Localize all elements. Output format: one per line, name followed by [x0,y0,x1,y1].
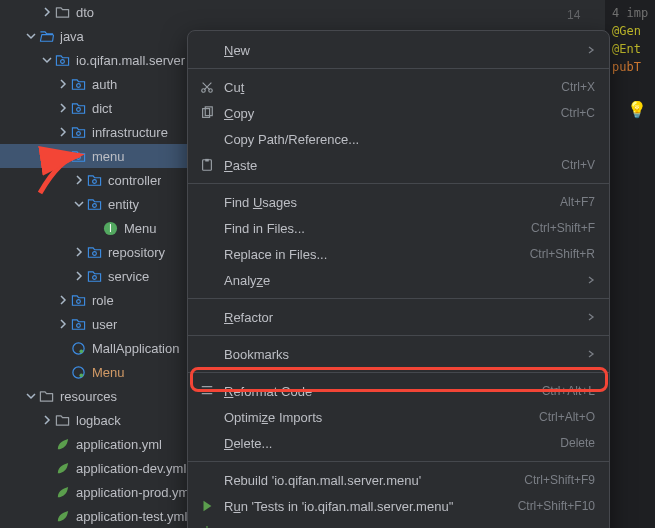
tree-item-entity[interactable]: entity [0,192,190,216]
chevron-right-icon[interactable] [56,317,70,331]
menu-item-shortcut: Delete [560,436,595,450]
pkg-icon [70,316,86,332]
menu-item-label: Reformat Code [224,384,542,399]
tree-item-infrastructure[interactable]: infrastructure [0,120,190,144]
leaf-icon [54,436,70,452]
svg-text:I: I [109,223,112,234]
menu-item-shortcut: Ctrl+V [561,158,595,172]
menu-item-copy-path-reference[interactable]: Copy Path/Reference... [188,126,609,152]
menu-separator [188,461,609,462]
java-icon [70,364,86,380]
pkg-icon [70,292,86,308]
chevron-right-icon[interactable] [56,77,70,91]
chevron-right-icon[interactable] [40,5,54,19]
menu-item-analyze[interactable]: Analyze [188,267,609,293]
menu-item-reformat-code[interactable]: Reformat CodeCtrl+Alt+L [188,378,609,404]
tree-item-menu[interactable]: IMenu [0,216,190,240]
menu-item-debug-tests-in-io-qifan-mall-server-menu[interactable]: Debug 'Tests in 'io.qifan.mall.server.me… [188,519,609,528]
svg-point-9 [92,251,96,255]
chevron-right-icon[interactable] [72,245,86,259]
tree-item-dict[interactable]: dict [0,96,190,120]
menu-icon-placeholder [198,272,216,288]
tree-item-label: entity [108,197,139,212]
tree-item-controller[interactable]: controller [0,168,190,192]
menu-item-cut[interactable]: CutCtrl+X [188,74,609,100]
menu-icon-placeholder [198,346,216,362]
menu-item-label: Refactor [224,310,579,325]
menu-separator [188,372,609,373]
pkg-icon [70,124,86,140]
menu-item-bookmarks[interactable]: Bookmarks [188,341,609,367]
chevron-right-icon[interactable] [56,293,70,307]
tree-item-io-qifan-mall-server[interactable]: io.qifan.mall.server [0,48,190,72]
menu-icon-placeholder [198,220,216,236]
pkg-icon [54,52,70,68]
svg-point-1 [76,83,80,87]
tree-item-menu[interactable]: Menu [0,360,190,384]
menu-item-delete[interactable]: Delete...Delete [188,430,609,456]
menu-icon-placeholder [198,246,216,262]
menu-item-refactor[interactable]: Refactor [188,304,609,330]
interface-icon: I [102,220,118,236]
copy-icon [198,105,216,121]
menu-separator [188,183,609,184]
tree-item-mallapplication[interactable]: MallApplication [0,336,190,360]
menu-item-run-tests-in-io-qifan-mall-server-menu[interactable]: Run 'Tests in 'io.qifan.mall.server.menu… [188,493,609,519]
chevron-down-icon[interactable] [56,149,70,163]
svg-rect-22 [205,159,209,162]
tree-item-application-test-yml[interactable]: application-test.yml [0,504,190,528]
menu-item-find-in-files[interactable]: Find in Files...Ctrl+Shift+F [188,215,609,241]
submenu-chevron-icon [585,276,595,284]
menu-item-copy[interactable]: CopyCtrl+C [188,100,609,126]
menu-item-find-usages[interactable]: Find UsagesAlt+F7 [188,189,609,215]
tree-item-resources[interactable]: resources [0,384,190,408]
chevron-down-icon[interactable] [40,53,54,67]
menu-item-optimize-imports[interactable]: Optimize ImportsCtrl+Alt+O [188,404,609,430]
svg-point-6 [92,203,96,207]
arrow-placeholder [56,365,70,379]
tree-item-application-prod-yml[interactable]: application-prod.yml [0,480,190,504]
editor-preview: 4 imp @Gen @Ent pubT [605,0,655,528]
menu-item-new[interactable]: New [188,37,609,63]
chevron-down-icon[interactable] [72,197,86,211]
debug-icon [198,524,216,528]
tree-item-role[interactable]: role [0,288,190,312]
folder-res-icon [38,388,54,404]
tree-item-dto[interactable]: dto [0,0,190,24]
tree-item-label: controller [108,173,161,188]
chevron-right-icon[interactable] [72,269,86,283]
pkg-icon [86,268,102,284]
tree-item-logback[interactable]: logback [0,408,190,432]
tree-item-service[interactable]: service [0,264,190,288]
chevron-right-icon[interactable] [72,173,86,187]
menu-icon-placeholder [198,409,216,425]
chevron-right-icon[interactable] [56,101,70,115]
menu-item-shortcut: Ctrl+X [561,80,595,94]
tree-item-label: repository [108,245,165,260]
chevron-down-icon[interactable] [24,29,38,43]
svg-point-10 [92,275,96,279]
menu-item-label: Paste [224,158,561,173]
tree-item-user[interactable]: user [0,312,190,336]
tree-item-label: service [108,269,149,284]
tree-item-label: application.yml [76,437,162,452]
tree-item-application-yml[interactable]: application.yml [0,432,190,456]
chevron-down-icon[interactable] [24,389,38,403]
menu-item-rebuild-io-qifan-mall-server-menu[interactable]: Rebuild 'io.qifan.mall.server.menu'Ctrl+… [188,467,609,493]
leaf-icon [54,508,70,524]
menu-item-label: Debug 'Tests in 'io.qifan.mall.server.me… [224,525,595,529]
menu-item-replace-in-files[interactable]: Replace in Files...Ctrl+Shift+R [188,241,609,267]
chevron-right-icon[interactable] [40,413,54,427]
pkg-icon [86,172,102,188]
tree-item-label: Menu [124,221,157,236]
tree-item-label: application-test.yml [76,509,187,524]
tree-item-auth[interactable]: auth [0,72,190,96]
tree-item-application-dev-yml[interactable]: application-dev.yml [0,456,190,480]
intention-bulb-icon[interactable]: 💡 [627,100,647,119]
menu-item-paste[interactable]: PasteCtrl+V [188,152,609,178]
paste-icon [198,157,216,173]
tree-item-java[interactable]: java [0,24,190,48]
tree-item-menu[interactable]: menu [0,144,190,168]
chevron-right-icon[interactable] [56,125,70,139]
tree-item-repository[interactable]: repository [0,240,190,264]
